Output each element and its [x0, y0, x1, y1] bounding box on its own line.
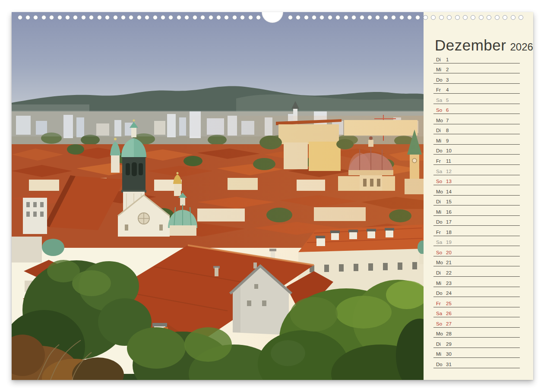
day-abbr: Do	[433, 291, 446, 296]
day-number: 29	[446, 341, 452, 347]
day-row: So27	[433, 317, 520, 328]
binding-hole	[439, 15, 444, 20]
day-row: Mi2	[433, 63, 520, 74]
binding-hole	[383, 15, 388, 20]
day-number: 3	[446, 77, 449, 82]
day-row: Fr25	[433, 297, 520, 307]
binding-hole	[423, 15, 428, 20]
day-number: 13	[446, 179, 452, 184]
day-number: 16	[446, 209, 452, 215]
calendar-wall: Dezember 2026 Di1Mi2Do3Fr4Sa5So6Mo7Di8Mi…	[0, 0, 544, 392]
day-abbr: Sa	[433, 169, 446, 174]
day-row: So20	[433, 246, 520, 256]
day-number: 12	[446, 169, 452, 174]
day-row: Fr4	[433, 84, 520, 94]
binding-hole	[161, 15, 165, 20]
graz-cityscape-illustration	[12, 12, 424, 380]
day-list: Di1Mi2Do3Fr4Sa5So6Mo7Di8Mi9Do10Fr11Sa12S…	[433, 53, 520, 368]
binding-hole	[193, 15, 197, 20]
day-abbr: So	[433, 250, 446, 255]
day-abbr: Do	[433, 362, 446, 367]
day-number: 15	[446, 199, 452, 204]
binding-hole	[240, 15, 245, 20]
day-abbr: Mi	[433, 209, 446, 215]
day-abbr: Di	[433, 270, 446, 275]
day-number: 20	[446, 250, 452, 255]
binding-hole	[391, 15, 396, 20]
day-number: 22	[446, 270, 452, 275]
binding-hole	[224, 15, 229, 20]
day-number: 1	[446, 57, 449, 62]
day-number: 18	[446, 230, 452, 235]
day-number: 6	[446, 107, 449, 113]
day-number: 26	[446, 311, 452, 316]
day-abbr: Mo	[433, 260, 446, 265]
binding-hole	[447, 15, 452, 20]
day-row: Mo21	[433, 256, 520, 267]
day-number: 4	[446, 87, 449, 92]
day-number: 5	[446, 98, 449, 103]
day-number: 31	[446, 362, 452, 367]
day-row: Mi30	[433, 348, 520, 358]
day-abbr: Sa	[433, 98, 446, 103]
binding-hole	[399, 15, 404, 20]
calendar-page: Dezember 2026 Di1Mi2Do3Fr4Sa5So6Mo7Di8Mi…	[12, 12, 533, 380]
day-abbr: Di	[433, 341, 446, 347]
day-number: 30	[446, 351, 452, 357]
day-abbr: Mo	[433, 331, 446, 336]
day-row: Sa26	[433, 307, 520, 318]
binding-hole	[335, 15, 340, 20]
day-row: Sa12	[433, 165, 520, 175]
binding-hole	[256, 15, 261, 20]
calendar-panel: Dezember 2026 Di1Mi2Do3Fr4Sa5So6Mo7Di8Mi…	[424, 12, 533, 380]
day-abbr: Do	[433, 148, 446, 153]
day-number: 2	[446, 67, 449, 72]
day-number: 7	[446, 118, 449, 123]
binding-hole	[168, 15, 173, 20]
day-number: 27	[446, 321, 452, 326]
binding-hole	[455, 15, 460, 20]
day-abbr: Fr	[433, 158, 446, 164]
day-number: 11	[446, 158, 451, 164]
day-row: Sa19	[433, 236, 520, 247]
binding-hole	[97, 15, 102, 20]
day-abbr: Mi	[433, 281, 446, 286]
day-abbr: Mo	[433, 118, 446, 123]
day-abbr: Di	[433, 57, 446, 62]
day-abbr: So	[433, 179, 446, 184]
day-abbr: Di	[433, 128, 446, 133]
day-abbr: Di	[433, 199, 446, 204]
binding-hole	[153, 15, 158, 20]
binding-hole	[519, 15, 523, 20]
binding-hole	[33, 15, 38, 20]
day-row: Sa5	[433, 94, 520, 104]
binding-hole	[65, 15, 70, 20]
calendar-photo	[12, 12, 424, 380]
day-row: Do24	[433, 287, 520, 297]
binding-hole	[312, 15, 316, 20]
day-number: 17	[446, 219, 452, 224]
binding-hole	[415, 15, 420, 20]
day-row: Di22	[433, 266, 520, 277]
day-abbr: Mi	[433, 67, 446, 72]
day-number: 24	[446, 291, 452, 296]
binding-hole	[463, 15, 468, 20]
binding-hole	[177, 15, 181, 20]
day-row: Do17	[433, 216, 520, 226]
binding-hole	[471, 15, 475, 20]
day-number: 28	[446, 331, 452, 336]
day-row: Do10	[433, 145, 520, 155]
day-number: 9	[446, 138, 449, 143]
binding-hole	[209, 15, 213, 20]
binding-hole	[296, 15, 300, 20]
day-abbr: So	[433, 321, 446, 326]
binding-hole	[73, 15, 78, 20]
binding-hole	[200, 15, 205, 20]
binding-hole	[304, 15, 309, 20]
binding-hole	[89, 15, 94, 20]
binding-hole	[184, 15, 189, 20]
year-label: 2026	[510, 41, 533, 53]
binding-hole	[49, 15, 54, 20]
day-row: So6	[433, 104, 520, 114]
binding-hole	[18, 15, 22, 20]
